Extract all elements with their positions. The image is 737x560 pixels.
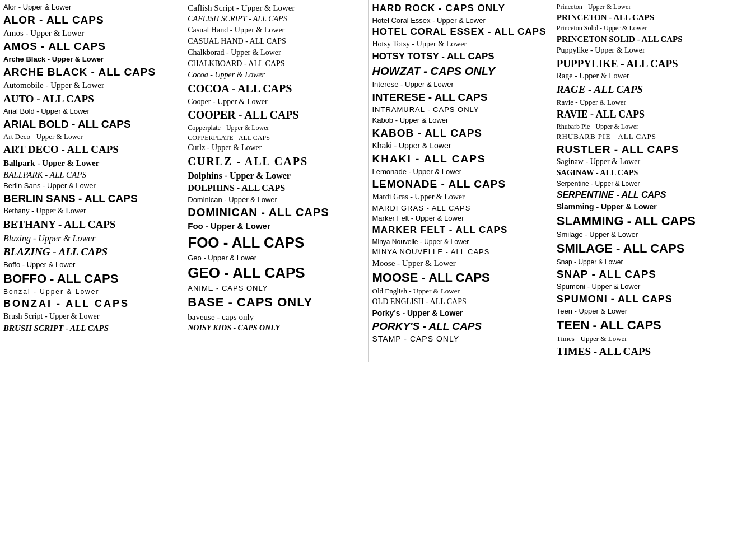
font-entry: DOLPHINS - ALL CAPS xyxy=(188,182,365,194)
font-entry: AMOS - ALL CAPS xyxy=(3,39,180,54)
font-entry: HOWZAT - CAPS ONLY xyxy=(372,64,549,79)
font-entry: Copperplate - Upper & Lower xyxy=(188,123,365,132)
font-entry: Princeton - Upper & Lower xyxy=(557,2,734,11)
font-entry: BALLPARK - ALL CAPS xyxy=(3,169,180,180)
font-entry: Bonzai - Upper & Lower xyxy=(3,287,180,296)
font-entry: PORKY'S - ALL CAPS xyxy=(372,319,549,334)
font-entry: RUSTLER - ALL CAPS xyxy=(557,142,734,157)
font-entry: Rhubarb Pie - Upper & Lower xyxy=(557,122,734,131)
font-entry: Art Deco - Upper & Lower xyxy=(3,132,180,142)
font-entry: HOTSY TOTSY - ALL CAPS xyxy=(372,50,549,63)
font-entry: LEMONADE - ALL CAPS xyxy=(372,177,549,192)
font-entry: NOISY KIDS - CAPS ONLY xyxy=(188,323,365,334)
font-entry: Princeton Solid - Upper & Lower xyxy=(557,24,734,32)
font-entry: Automobile - Upper & Lower xyxy=(3,80,180,91)
font-entry: PRINCETON SOLID - ALL CAPS xyxy=(557,34,734,45)
font-entry: COCOA - ALL CAPS xyxy=(188,81,365,96)
font-entry: TEEN - ALL CAPS xyxy=(557,317,734,334)
font-entry: Smilage - Upper & Lower xyxy=(557,230,734,240)
font-entry: PRINCETON - ALL CAPS xyxy=(557,12,734,23)
font-entry: Ballpark - Upper & Lower xyxy=(3,157,180,169)
font-entry: BRUSH SCRIPT - ALL CAPS xyxy=(3,323,180,334)
column-1: Alor - Upper & LowerALOR - ALL CAPSAmos … xyxy=(0,0,184,362)
font-entry: Bethany - Upper & Lower xyxy=(3,206,180,217)
font-entry: PUPPYLIKE - ALL CAPS xyxy=(557,57,734,71)
font-entry: AUTO - ALL CAPS xyxy=(3,92,180,106)
font-entry: Slamming - Upper & Lower xyxy=(557,202,734,212)
font-entry: STAMP - CAPS ONLY xyxy=(372,334,549,344)
font-entry: Boffo - Upper & Lower xyxy=(3,260,180,270)
font-entry: KHAKI - ALL CAPS xyxy=(372,152,549,166)
font-entry: Casual Hand - Upper & Lower xyxy=(188,25,365,36)
font-entry: Caflish Script - Upper & Lower xyxy=(188,2,365,13)
font-entry: BONZAI - ALL CAPS xyxy=(3,297,180,310)
font-entry: Chalkborad - Upper & Lower xyxy=(188,48,365,58)
font-entry: Porky's - Upper & Lower xyxy=(372,308,549,319)
font-catalog: Alor - Upper & LowerALOR - ALL CAPSAmos … xyxy=(0,0,737,362)
column-3: HARD ROCK - CAPS ONLYHotel Coral Essex -… xyxy=(369,0,553,362)
font-entry: Arial Bold - Upper & Lower xyxy=(3,106,180,116)
font-entry: Old English - Upper & Lower xyxy=(372,286,549,296)
column-4: Princeton - Upper & LowerPRINCETON - ALL… xyxy=(553,0,737,362)
font-entry: RAVIE - ALL CAPS xyxy=(557,108,734,121)
font-entry: SNAP - ALL CAPS xyxy=(557,267,734,282)
font-entry: SPUMONI - ALL CAPS xyxy=(557,292,734,306)
font-entry: DOMINICAN - ALL CAPS xyxy=(188,205,365,220)
font-entry: COOPER - ALL CAPS xyxy=(188,108,365,123)
font-entry: Rage - Upper & Lower xyxy=(557,71,734,82)
font-entry: OLD ENGLISH - ALL CAPS xyxy=(372,297,549,307)
font-entry: MARDI GRAS - ALL CAPS xyxy=(372,203,549,213)
font-entry: SAGINAW - ALL CAPS xyxy=(557,168,734,179)
font-entry: MINYA NOUVELLE - ALL CAPS xyxy=(372,247,549,257)
font-entry: ALOR - ALL CAPS xyxy=(3,13,180,27)
font-entry: Interese - Upper & Lower xyxy=(372,80,549,90)
font-entry: BOFFO - ALL CAPS xyxy=(3,270,180,287)
font-entry: CAFLISH SCRIPT - ALL CAPS xyxy=(188,14,365,25)
font-entry: Brush Script - Upper & Lower xyxy=(3,311,180,322)
font-entry: Arche Black - Upper & Lower xyxy=(3,54,180,64)
font-entry: Blazing - Upper & Lower xyxy=(3,232,180,245)
font-entry: SERPENTINE - ALL CAPS xyxy=(557,189,734,201)
font-entry: Curlz - Upper & Lower xyxy=(188,143,365,153)
font-entry: baveuse - caps only xyxy=(188,311,365,323)
font-entry: CASUAL HAND - ALL CAPS xyxy=(188,36,365,47)
font-entry: Dominican - Upper & Lower xyxy=(188,195,365,205)
font-entry: SLAMMING - ALL CAPS xyxy=(557,213,734,230)
font-entry: Minya Nouvelle - Upper & Lower xyxy=(372,237,549,246)
font-entry: Geo - Upper & Lower xyxy=(188,253,365,263)
font-entry: Marker Felt - Upper & Lower xyxy=(372,213,549,223)
font-entry: Hotsy Totsy - Upper & Lower xyxy=(372,39,549,50)
font-entry: GEO - ALL CAPS xyxy=(188,263,365,283)
font-entry: Moose - Upper & Lower xyxy=(372,258,549,269)
font-entry: Serpentine - Upper & Lower xyxy=(557,179,734,188)
font-entry: CHALKBOARD - ALL CAPS xyxy=(188,59,365,69)
font-entry: Khaki - Upper & Lower xyxy=(372,141,549,151)
font-entry: HOTEL CORAL ESSEX - ALL CAPS xyxy=(372,26,549,39)
font-entry: MARKER FELT - ALL CAPS xyxy=(372,224,549,237)
font-entry: BASE - CAPS ONLY xyxy=(188,294,365,311)
font-entry: Teen - Upper & Lower xyxy=(557,306,734,316)
font-entry: ANIME - CAPS ONLY xyxy=(188,283,365,293)
font-entry: Ravie - Upper & Lower xyxy=(557,97,734,108)
font-entry: COPPERPLATE - ALL CAPS xyxy=(188,133,365,142)
font-entry: Cooper - Upper & Lower xyxy=(188,97,365,108)
font-entry: MOOSE - ALL CAPS xyxy=(372,269,549,286)
font-entry: Foo - Upper & Lower xyxy=(188,221,365,232)
font-entry: FOO - ALL CAPS xyxy=(188,233,365,253)
font-entry: BETHANY - ALL CAPS xyxy=(3,217,180,232)
font-entry: Berlin Sans - Upper & Lower xyxy=(3,181,180,191)
font-entry: Spumoni - Upper & Lower xyxy=(557,282,734,292)
font-entry: ART DECO - ALL CAPS xyxy=(3,142,180,157)
font-entry: Dolphins - Upper & Lower xyxy=(188,170,365,182)
font-entry: Lemonade - Upper & Lower xyxy=(372,167,549,177)
column-2: Caflish Script - Upper & LowerCAFLISH SC… xyxy=(184,0,368,362)
font-entry: BERLIN SANS - ALL CAPS xyxy=(3,192,180,206)
font-entry: HARD ROCK - CAPS ONLY xyxy=(372,2,549,15)
font-entry: SMILAGE - ALL CAPS xyxy=(557,240,734,257)
font-entry: ARIAL BOLD - ALL CAPS xyxy=(3,117,180,132)
font-entry: INTRAMURAL - CAPS ONLY xyxy=(372,105,549,115)
font-entry: RHUBARB PIE - ALL CAPS xyxy=(557,132,734,142)
font-entry: BLAZING - ALL CAPS xyxy=(3,245,180,259)
font-entry: TIMES - ALL CAPS xyxy=(557,344,734,359)
font-entry: Saginaw - Upper & Lower xyxy=(557,157,734,167)
